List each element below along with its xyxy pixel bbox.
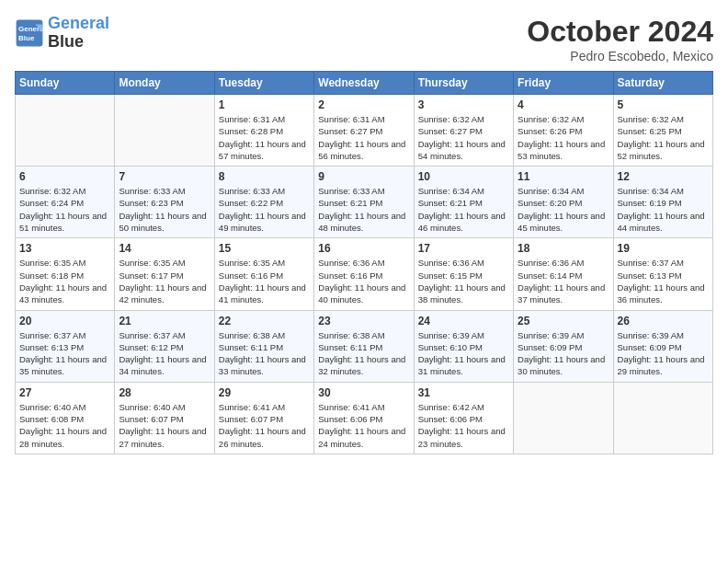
- day-info: Sunrise: 6:32 AM Sunset: 6:27 PM Dayligh…: [418, 113, 509, 162]
- calendar-cell: 10Sunrise: 6:34 AM Sunset: 6:21 PM Dayli…: [414, 167, 513, 238]
- day-number: 21: [119, 315, 210, 327]
- day-number: 4: [518, 98, 609, 111]
- calendar-cell: 27Sunrise: 6:40 AM Sunset: 6:08 PM Dayli…: [16, 382, 115, 454]
- day-number: 9: [318, 170, 409, 183]
- week-row-5: 27Sunrise: 6:40 AM Sunset: 6:08 PM Dayli…: [16, 382, 713, 454]
- calendar-cell: 7Sunrise: 6:33 AM Sunset: 6:23 PM Daylig…: [115, 167, 214, 238]
- day-info: Sunrise: 6:37 AM Sunset: 6:12 PM Dayligh…: [119, 329, 210, 378]
- day-info: Sunrise: 6:31 AM Sunset: 6:28 PM Dayligh…: [219, 113, 310, 162]
- calendar-cell: 3Sunrise: 6:32 AM Sunset: 6:27 PM Daylig…: [414, 95, 513, 167]
- day-info: Sunrise: 6:32 AM Sunset: 6:25 PM Dayligh…: [618, 113, 709, 162]
- day-info: Sunrise: 6:40 AM Sunset: 6:07 PM Dayligh…: [119, 401, 210, 450]
- calendar-cell: 9Sunrise: 6:33 AM Sunset: 6:21 PM Daylig…: [314, 167, 414, 238]
- day-number: 19: [618, 242, 709, 255]
- location: Pedro Escobedo, Mexico: [527, 49, 713, 63]
- day-number: 30: [318, 386, 409, 399]
- day-info: Sunrise: 6:39 AM Sunset: 6:10 PM Dayligh…: [418, 329, 509, 378]
- weekday-header-thursday: Thursday: [414, 72, 513, 95]
- calendar-cell: 23Sunrise: 6:38 AM Sunset: 6:11 PM Dayli…: [314, 310, 414, 382]
- day-number: 22: [219, 315, 310, 327]
- day-number: 17: [418, 242, 509, 255]
- day-number: 7: [119, 170, 210, 183]
- day-info: Sunrise: 6:38 AM Sunset: 6:11 PM Dayligh…: [318, 329, 409, 378]
- week-row-1: 1Sunrise: 6:31 AM Sunset: 6:28 PM Daylig…: [16, 95, 713, 167]
- calendar-cell: 13Sunrise: 6:35 AM Sunset: 6:18 PM Dayli…: [16, 238, 115, 310]
- day-number: 1: [219, 98, 310, 111]
- weekday-header-sunday: Sunday: [16, 72, 115, 95]
- day-number: 25: [518, 315, 609, 327]
- day-info: Sunrise: 6:36 AM Sunset: 6:15 PM Dayligh…: [418, 257, 509, 305]
- day-number: 8: [219, 170, 310, 183]
- day-number: 31: [418, 386, 509, 399]
- day-info: Sunrise: 6:35 AM Sunset: 6:18 PM Dayligh…: [19, 257, 110, 305]
- day-number: 12: [618, 170, 709, 183]
- calendar-cell: [115, 95, 214, 167]
- week-row-2: 6Sunrise: 6:32 AM Sunset: 6:24 PM Daylig…: [16, 167, 713, 238]
- title-block: October 2024 Pedro Escobedo, Mexico: [527, 15, 713, 63]
- svg-text:Blue: Blue: [18, 34, 35, 42]
- day-number: 5: [618, 98, 709, 111]
- calendar-cell: 26Sunrise: 6:39 AM Sunset: 6:09 PM Dayli…: [613, 310, 712, 382]
- calendar-cell: 19Sunrise: 6:37 AM Sunset: 6:13 PM Dayli…: [613, 238, 712, 310]
- day-number: 26: [618, 315, 709, 327]
- calendar-cell: 2Sunrise: 6:31 AM Sunset: 6:27 PM Daylig…: [314, 95, 414, 167]
- page-header: General Blue GeneralBlue October 2024 Pe…: [15, 15, 713, 63]
- calendar-cell: 16Sunrise: 6:36 AM Sunset: 6:16 PM Dayli…: [314, 238, 414, 310]
- day-info: Sunrise: 6:34 AM Sunset: 6:19 PM Dayligh…: [618, 185, 709, 234]
- week-row-3: 13Sunrise: 6:35 AM Sunset: 6:18 PM Dayli…: [16, 238, 713, 310]
- day-info: Sunrise: 6:41 AM Sunset: 6:06 PM Dayligh…: [318, 401, 409, 450]
- day-info: Sunrise: 6:39 AM Sunset: 6:09 PM Dayligh…: [518, 329, 609, 378]
- day-number: 6: [19, 170, 110, 183]
- calendar-cell: 1Sunrise: 6:31 AM Sunset: 6:28 PM Daylig…: [214, 95, 313, 167]
- day-number: 13: [19, 242, 110, 255]
- day-info: Sunrise: 6:40 AM Sunset: 6:08 PM Dayligh…: [19, 401, 110, 450]
- calendar-cell: 25Sunrise: 6:39 AM Sunset: 6:09 PM Dayli…: [514, 310, 613, 382]
- day-info: Sunrise: 6:33 AM Sunset: 6:22 PM Dayligh…: [219, 185, 310, 234]
- day-info: Sunrise: 6:38 AM Sunset: 6:11 PM Dayligh…: [219, 329, 310, 378]
- day-info: Sunrise: 6:33 AM Sunset: 6:21 PM Dayligh…: [318, 185, 409, 234]
- day-number: 16: [318, 242, 409, 255]
- day-info: Sunrise: 6:34 AM Sunset: 6:20 PM Dayligh…: [518, 185, 609, 234]
- logo-text: GeneralBlue: [48, 15, 109, 52]
- logo: General Blue GeneralBlue: [15, 15, 109, 52]
- calendar-cell: 6Sunrise: 6:32 AM Sunset: 6:24 PM Daylig…: [16, 167, 115, 238]
- calendar-cell: 22Sunrise: 6:38 AM Sunset: 6:11 PM Dayli…: [214, 310, 313, 382]
- day-number: 15: [219, 242, 310, 255]
- calendar-cell: 11Sunrise: 6:34 AM Sunset: 6:20 PM Dayli…: [514, 167, 613, 238]
- weekday-header-monday: Monday: [115, 72, 214, 95]
- day-info: Sunrise: 6:39 AM Sunset: 6:09 PM Dayligh…: [618, 329, 709, 378]
- day-info: Sunrise: 6:41 AM Sunset: 6:07 PM Dayligh…: [219, 401, 310, 450]
- calendar-cell: 12Sunrise: 6:34 AM Sunset: 6:19 PM Dayli…: [613, 167, 712, 238]
- calendar-cell: [16, 95, 115, 167]
- day-number: 10: [418, 170, 509, 183]
- calendar-cell: [514, 382, 613, 454]
- day-info: Sunrise: 6:32 AM Sunset: 6:26 PM Dayligh…: [518, 113, 609, 162]
- calendar-cell: 28Sunrise: 6:40 AM Sunset: 6:07 PM Dayli…: [115, 382, 214, 454]
- month-year: October 2024: [527, 15, 713, 49]
- day-info: Sunrise: 6:42 AM Sunset: 6:06 PM Dayligh…: [418, 401, 509, 450]
- calendar-cell: 17Sunrise: 6:36 AM Sunset: 6:15 PM Dayli…: [414, 238, 513, 310]
- calendar-cell: 24Sunrise: 6:39 AM Sunset: 6:10 PM Dayli…: [414, 310, 513, 382]
- weekday-header-wednesday: Wednesday: [314, 72, 414, 95]
- day-info: Sunrise: 6:35 AM Sunset: 6:17 PM Dayligh…: [119, 257, 210, 305]
- day-number: 24: [418, 315, 509, 327]
- day-number: 3: [418, 98, 509, 111]
- calendar-table: SundayMondayTuesdayWednesdayThursdayFrid…: [15, 71, 713, 454]
- calendar-cell: 8Sunrise: 6:33 AM Sunset: 6:22 PM Daylig…: [214, 167, 313, 238]
- day-number: 11: [518, 170, 609, 183]
- calendar-cell: [613, 382, 712, 454]
- calendar-cell: 21Sunrise: 6:37 AM Sunset: 6:12 PM Dayli…: [115, 310, 214, 382]
- week-row-4: 20Sunrise: 6:37 AM Sunset: 6:13 PM Dayli…: [16, 310, 713, 382]
- calendar-cell: 31Sunrise: 6:42 AM Sunset: 6:06 PM Dayli…: [414, 382, 513, 454]
- weekday-header-row: SundayMondayTuesdayWednesdayThursdayFrid…: [16, 72, 713, 95]
- calendar-cell: 14Sunrise: 6:35 AM Sunset: 6:17 PM Dayli…: [115, 238, 214, 310]
- day-info: Sunrise: 6:32 AM Sunset: 6:24 PM Dayligh…: [19, 185, 110, 234]
- day-number: 23: [318, 315, 409, 327]
- calendar-cell: 18Sunrise: 6:36 AM Sunset: 6:14 PM Dayli…: [514, 238, 613, 310]
- day-number: 29: [219, 386, 310, 399]
- calendar-cell: 4Sunrise: 6:32 AM Sunset: 6:26 PM Daylig…: [514, 95, 613, 167]
- logo-icon: General Blue: [15, 18, 44, 48]
- calendar-cell: 20Sunrise: 6:37 AM Sunset: 6:13 PM Dayli…: [16, 310, 115, 382]
- weekday-header-tuesday: Tuesday: [214, 72, 313, 95]
- day-number: 27: [19, 386, 110, 399]
